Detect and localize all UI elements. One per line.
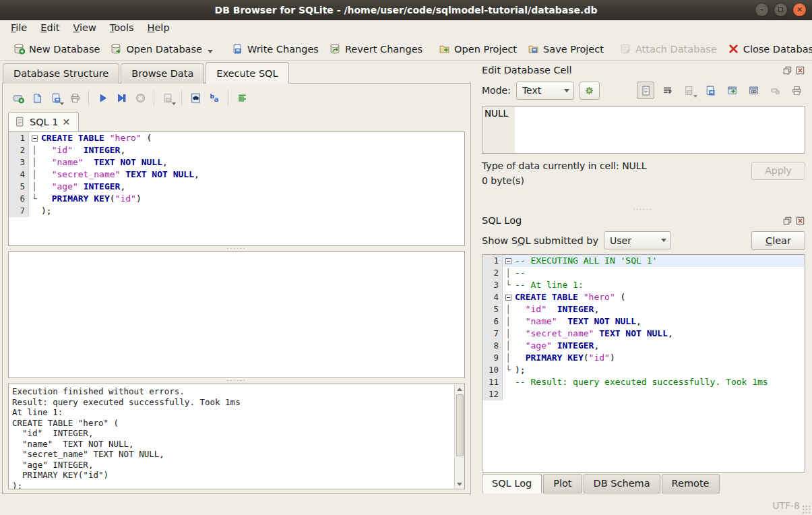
save-project-button[interactable]: Save Project bbox=[522, 40, 609, 57]
fold-guide: │ bbox=[503, 352, 513, 364]
code-text: "age" INTEGER, bbox=[40, 181, 464, 193]
close-tab-icon[interactable]: ✕ bbox=[63, 117, 71, 127]
open-external-button[interactable] bbox=[723, 82, 741, 99]
scrollbar-thumb[interactable] bbox=[456, 394, 464, 456]
encoding-indicator[interactable]: UTF-8 bbox=[772, 500, 800, 511]
menubar: File Edit View Tools Help bbox=[0, 20, 812, 38]
fold-guide bbox=[503, 376, 513, 388]
copy-link-button[interactable] bbox=[745, 82, 762, 99]
float-dock-icon[interactable] bbox=[782, 216, 792, 226]
fold-marker-icon[interactable] bbox=[29, 132, 40, 144]
save-sql-file-button[interactable] bbox=[47, 89, 65, 107]
dock-tab-remote[interactable]: Remote bbox=[662, 474, 720, 493]
menu-help[interactable]: Help bbox=[141, 20, 177, 38]
code-text: -- EXECUTING ALL IN 'SQL 1' bbox=[513, 255, 805, 267]
word-wrap-button[interactable] bbox=[658, 82, 676, 99]
maximize-button[interactable] bbox=[774, 3, 788, 17]
menu-view[interactable]: View bbox=[66, 20, 102, 38]
format-icon bbox=[237, 92, 248, 104]
open-project-button[interactable]: Open Project bbox=[433, 40, 522, 57]
scroll-down-button[interactable] bbox=[456, 479, 464, 489]
main-tab-bar: Database Structure Browse Data Execute S… bbox=[0, 62, 473, 84]
tab-database-structure[interactable]: Database Structure bbox=[3, 63, 119, 84]
menu-edit[interactable]: Edit bbox=[34, 20, 66, 38]
float-dock-icon[interactable] bbox=[782, 65, 792, 75]
code-text: PRIMARY KEY("id") bbox=[513, 352, 805, 364]
revert-changes-button[interactable]: Revert Changes bbox=[324, 40, 428, 57]
cell-editor-toolbar bbox=[605, 82, 805, 99]
document-icon bbox=[14, 116, 26, 127]
close-database-button[interactable]: Close Database bbox=[722, 40, 812, 57]
scroll-up-button[interactable] bbox=[456, 384, 464, 394]
text-mode-button[interactable] bbox=[637, 82, 654, 99]
print-button[interactable] bbox=[66, 89, 84, 107]
edit-cell-title: Edit Database Cell bbox=[482, 65, 572, 75]
sql-log-header: SQL Log bbox=[479, 212, 807, 227]
code-text: -- bbox=[513, 267, 805, 279]
dock-tab-db-schema[interactable]: DB Schema bbox=[584, 474, 660, 493]
tab-browse-data[interactable]: Browse Data bbox=[121, 63, 204, 84]
close-database-icon bbox=[728, 43, 739, 55]
results-scrollbar[interactable] bbox=[454, 384, 464, 489]
write-changes-button[interactable]: Write Changes bbox=[226, 40, 324, 57]
print-cell-button[interactable] bbox=[788, 82, 805, 99]
submitted-by-select[interactable]: User bbox=[604, 231, 671, 249]
splitter-handle[interactable]: ······ bbox=[8, 378, 465, 384]
mode-select[interactable]: Text bbox=[516, 82, 574, 100]
code-line: 3└-- At line 1: bbox=[482, 279, 805, 291]
tab-execute-sql[interactable]: Execute SQL bbox=[206, 62, 288, 84]
printer-icon bbox=[69, 92, 81, 104]
chevron-down-icon bbox=[564, 89, 569, 92]
format-sql-button[interactable] bbox=[233, 89, 251, 107]
splitter-handle[interactable]: ······ bbox=[8, 246, 465, 251]
close-dock-icon[interactable] bbox=[795, 65, 805, 75]
open-sql-file-button[interactable] bbox=[28, 89, 46, 107]
clear-log-button[interactable]: Clear bbox=[751, 231, 805, 250]
menu-tools[interactable]: Tools bbox=[103, 20, 141, 38]
dock-tab-bar: SQL Log Plot DB Schema Remote bbox=[479, 473, 807, 495]
export-save-icon bbox=[705, 85, 716, 96]
save-dropdown-icon[interactable] bbox=[60, 102, 64, 105]
close-button[interactable]: ✕ bbox=[792, 3, 807, 17]
open-database-button[interactable]: Open Database bbox=[105, 40, 218, 57]
menu-file[interactable]: File bbox=[4, 20, 34, 38]
fold-marker-icon[interactable] bbox=[503, 291, 513, 303]
open-database-dropdown-icon[interactable] bbox=[208, 50, 213, 53]
fold-guide: │ bbox=[29, 181, 40, 193]
export-cell-button[interactable] bbox=[701, 82, 719, 99]
sql-log-editor[interactable]: 1-- EXECUTING ALL IN 'SQL 1'2│--3└-- At … bbox=[482, 254, 805, 473]
dock-tab-plot[interactable]: Plot bbox=[543, 474, 582, 493]
sql-code-editor[interactable]: 1CREATE TABLE "hero" (2│ "id" INTEGER,3│… bbox=[8, 131, 465, 246]
find-replace-button[interactable]: ba bbox=[206, 89, 223, 107]
find-button[interactable] bbox=[187, 89, 204, 107]
close-dock-icon[interactable] bbox=[795, 216, 805, 226]
splitter-handle[interactable]: ······ bbox=[479, 207, 807, 212]
resize-grip[interactable] bbox=[802, 505, 811, 514]
stop-icon bbox=[135, 92, 146, 104]
fold-guide: └ bbox=[503, 364, 513, 376]
execute-line-button[interactable] bbox=[113, 89, 130, 107]
code-line: 12 bbox=[482, 388, 805, 400]
results-grid-pane[interactable] bbox=[8, 251, 465, 378]
arrow-up-icon bbox=[457, 388, 462, 391]
sql-toolbar: ba bbox=[8, 88, 465, 111]
attach-database-button: Attach Database bbox=[615, 40, 722, 57]
edit-database-cell-dock: Edit Database Cell Mode: Text bbox=[479, 62, 807, 207]
auto-apply-button[interactable] bbox=[580, 82, 600, 100]
new-sql-tab-button[interactable] bbox=[9, 89, 27, 107]
line-number: 5 bbox=[482, 303, 503, 315]
dock-tab-sql-log[interactable]: SQL Log bbox=[482, 474, 542, 493]
line-number: 4 bbox=[9, 169, 29, 181]
cell-value-editor[interactable]: NULL bbox=[482, 107, 805, 154]
minimize-button[interactable]: – bbox=[755, 3, 769, 17]
import-dropdown-icon bbox=[693, 95, 697, 98]
line-number: 5 bbox=[9, 181, 29, 193]
code-line: 4│ "secret_name" TEXT NOT NULL, bbox=[9, 169, 464, 181]
fold-marker-icon[interactable] bbox=[503, 255, 513, 267]
new-database-button[interactable]: New Database bbox=[8, 40, 105, 57]
sql-doc-tab[interactable]: SQL 1 ✕ bbox=[8, 112, 79, 131]
main-content: Database Structure Browse Data Execute S… bbox=[0, 61, 812, 495]
fold-guide: │ bbox=[29, 156, 40, 169]
line-number: 1 bbox=[482, 255, 503, 267]
execute-all-button[interactable] bbox=[94, 89, 111, 107]
